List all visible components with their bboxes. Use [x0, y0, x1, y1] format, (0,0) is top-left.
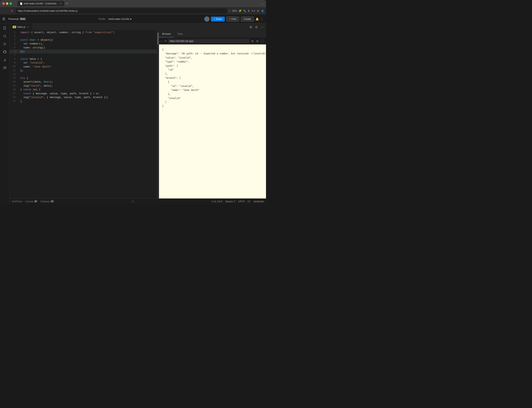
- problems-tab[interactable]: Problems 0: [41, 200, 54, 203]
- svg-point-9: [5, 67, 6, 68]
- line-number-12: 12: [9, 73, 19, 76]
- code-line-19: 19}: [9, 99, 159, 103]
- wrench-icon[interactable]: 🔧: [243, 9, 246, 12]
- line-content-8: const data = {: [19, 57, 159, 61]
- toggle-panel-button[interactable]: ⊟: [255, 25, 258, 29]
- line-content-5: name: string(): [19, 46, 159, 50]
- sidebar-item-search[interactable]: [1, 33, 8, 40]
- extensions-icon[interactable]: 🧩: [239, 9, 241, 12]
- back-button[interactable]: ‹: [2, 9, 5, 13]
- editor-more-button[interactable]: ⋯: [260, 25, 264, 29]
- line-number-16: 16: [9, 88, 19, 92]
- code-line-2: 2: [9, 34, 159, 38]
- sidebar-item-team[interactable]: [1, 65, 8, 72]
- editor-scrollbar-thumb[interactable]: [157, 33, 159, 44]
- preview-action-buttons: ⊞ ⊟ ⛶: [250, 39, 264, 43]
- status-bar-right: Ln 6, Col 4 Spaces: 2 UTF-8 LF JavaScrip…: [212, 200, 264, 203]
- line-content-17: const { message, value, type, path, bran…: [19, 92, 159, 96]
- preview-forward-button[interactable]: ›: [163, 40, 163, 42]
- line-content-19: }: [19, 99, 159, 103]
- editor-scrollbar[interactable]: [157, 31, 159, 198]
- svg-point-4: [4, 35, 6, 37]
- code-line-6: 6});: [9, 50, 159, 54]
- more-icon[interactable]: ≫: [257, 9, 259, 12]
- sidebar-item-settings[interactable]: [1, 41, 8, 48]
- sidebar-item-files[interactable]: [1, 25, 8, 32]
- code-line-8: 8const data = {: [9, 57, 159, 61]
- bell-icon[interactable]: 🔔: [256, 17, 259, 21]
- line-number-14: 14: [9, 80, 19, 84]
- sidebar-item-deploy[interactable]: [1, 57, 8, 64]
- line-number-2: 2: [9, 34, 19, 38]
- git-hash: 9a37fb7ee: [12, 200, 22, 203]
- sidebar-item-github[interactable]: [1, 49, 8, 56]
- preview-back-button[interactable]: ‹: [161, 40, 161, 42]
- browser-tab-active[interactable]: 📄 bold-water-s2cr8d - CodeSand… ✕: [17, 1, 64, 6]
- editor-tab-close-button[interactable]: ✕: [27, 26, 29, 28]
- fullscreen-window-button[interactable]: [9, 2, 12, 5]
- code-line-4: 4 id: number(),: [9, 42, 159, 46]
- minimize-window-button[interactable]: [6, 2, 8, 5]
- title-bar-right: ⌄: [262, 2, 264, 5]
- bookmark-icon[interactable]: ☆: [229, 9, 231, 12]
- code-line-12: 12: [9, 73, 159, 76]
- line-content-3: const User = object({: [19, 38, 159, 42]
- line-content-6: });: [19, 50, 159, 54]
- profile-icon[interactable]: 👤: [261, 9, 264, 12]
- tab-favicon: 📄: [20, 2, 23, 5]
- line-number-17: 17: [9, 92, 19, 96]
- line-content-12: [19, 73, 159, 76]
- line-number-19: 19: [9, 99, 19, 103]
- line-number-9: 9: [9, 61, 19, 65]
- forward-button[interactable]: ›: [6, 9, 9, 13]
- preview-split-button[interactable]: ⊟: [255, 39, 259, 43]
- code-editor[interactable]: 1import { assert, object, number, string…: [9, 31, 159, 198]
- new-tab-button[interactable]: +: [65, 2, 69, 6]
- window-menu-icon[interactable]: ⌄: [262, 2, 264, 5]
- preview-fullscreen-button[interactable]: ⛶: [260, 39, 264, 43]
- extensions2-icon[interactable]: ✦✦: [251, 9, 255, 12]
- line-content-10: name: "Jane Smith": [19, 65, 159, 69]
- browser-tab-close[interactable]: ✕: [60, 2, 62, 5]
- preview-address-bar: ‹ › ↻ ⊞ ⊟ ⛶: [159, 38, 266, 44]
- line-number-10: 10: [9, 65, 19, 69]
- browser-tab-title: bold-water-s2cr8d - CodeSand…: [24, 2, 59, 5]
- fork-button[interactable]: ⑂ Fork: [226, 17, 239, 22]
- avatar: 👤: [204, 17, 209, 22]
- github-icon: [3, 50, 7, 55]
- code-line-1: 1import { assert, object, number, string…: [9, 31, 159, 34]
- preview-open-button[interactable]: ⊞: [250, 39, 255, 43]
- preview-tab-tests[interactable]: Tests: [174, 31, 186, 37]
- line-number-18: 18: [9, 95, 19, 99]
- create-button[interactable]: Create: [241, 17, 254, 22]
- console-tab[interactable]: Console 0: [26, 200, 37, 203]
- reload-button[interactable]: ↻: [10, 9, 14, 13]
- svg-point-8: [4, 67, 5, 68]
- editor-tab-bar: JS index.js ✕ ⊞ ⊟ ⋯: [9, 23, 266, 31]
- problems-label: Problems: [41, 200, 50, 203]
- editor-tab-indexjs[interactable]: JS index.js ✕: [9, 23, 32, 30]
- fork-icon: ⑂: [229, 18, 231, 20]
- csb-more-menu-icon[interactable]: ⋮: [260, 17, 264, 21]
- preview-url-input[interactable]: [168, 39, 249, 43]
- line-number-3: 3: [9, 38, 19, 42]
- csb-nav-drafts[interactable]: Drafts: [99, 17, 106, 20]
- line-content-14: assert(data, User);: [19, 80, 159, 84]
- expand-panel-icon[interactable]: ∧: [132, 200, 134, 203]
- console-badge: 0: [34, 200, 37, 202]
- csb-nav-current: bold-water-s2cr8d ●: [109, 17, 132, 20]
- csb-personal-label: Personal: [8, 17, 18, 20]
- split-editor-button[interactable]: ⊞: [249, 25, 253, 29]
- preview-reload-button[interactable]: ↻: [165, 40, 167, 42]
- preview-tab-browser[interactable]: Browser: [159, 31, 174, 37]
- csb-hamburger-icon[interactable]: ☰: [2, 17, 5, 21]
- close-window-button[interactable]: [2, 2, 5, 5]
- indentation-info: Spaces: 2: [225, 200, 235, 203]
- address-bar: ‹ › ↻ ☆ 90% 🧩 🔧 ⬇ ✦✦ ≫ 👤: [0, 7, 266, 15]
- share-button[interactable]: ⟨ Share: [211, 17, 225, 21]
- address-bar-actions: ☆ 90% 🧩 🔧 ⬇ ✦✦ ≫ 👤: [229, 9, 264, 12]
- download-icon[interactable]: ⬇: [248, 9, 250, 12]
- preview-output: { "message": "At path: id -- Expected a …: [159, 44, 266, 198]
- url-input[interactable]: [16, 8, 227, 14]
- team-icon: [3, 66, 7, 70]
